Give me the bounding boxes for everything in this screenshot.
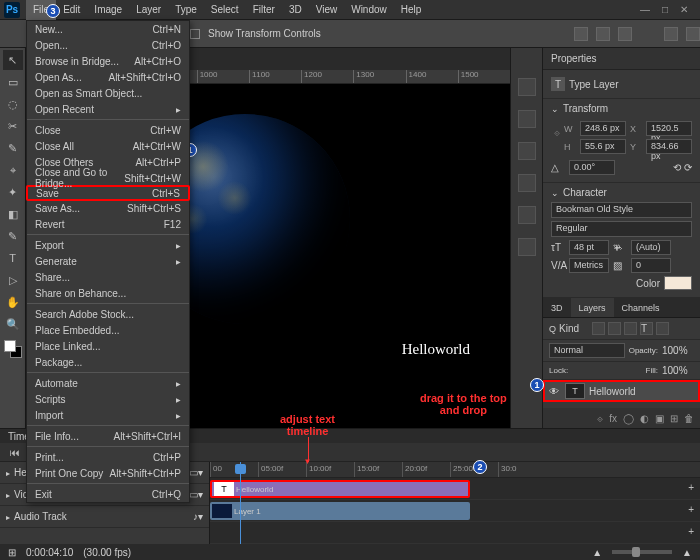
panel-icon[interactable] xyxy=(518,142,536,160)
visibility-icon[interactable]: 👁 xyxy=(549,386,561,397)
menu-item[interactable]: Close AllAlt+Ctrl+W xyxy=(27,138,189,154)
text-layer-preview[interactable]: Helloworld xyxy=(402,341,470,358)
transform-section[interactable]: Transform xyxy=(551,103,692,114)
panel-icon[interactable] xyxy=(518,174,536,192)
menu-item[interactable]: Scripts xyxy=(27,391,189,407)
menu-item[interactable]: Close and Go to Bridge...Shift+Ctrl+W xyxy=(27,170,189,186)
font-size-input[interactable]: 48 pt xyxy=(569,240,609,255)
fx-icon[interactable]: fx xyxy=(609,413,617,424)
tracking-input[interactable]: 0 xyxy=(631,258,671,273)
playhead[interactable] xyxy=(240,462,241,544)
workspace-icon[interactable] xyxy=(686,27,700,41)
zoom-slider[interactable] xyxy=(612,550,672,554)
menu-view[interactable]: View xyxy=(309,0,345,20)
track-header[interactable]: Audio Track♪▾ xyxy=(0,506,209,528)
mask-icon[interactable]: ◯ xyxy=(623,413,634,424)
timeline-clips-area[interactable]: 0005:00f10:00f15:00f20:00f25:00f30:0 THe… xyxy=(210,462,700,544)
panel-icon[interactable] xyxy=(518,206,536,224)
text-clip[interactable]: THelloworld xyxy=(210,480,470,498)
menu-item[interactable]: Search Adobe Stock... xyxy=(27,306,189,322)
adjustment-icon[interactable]: ◐ xyxy=(640,413,649,424)
text-color-swatch[interactable] xyxy=(664,276,692,290)
tab-layers[interactable]: Layers xyxy=(571,298,614,317)
menu-item[interactable]: Import xyxy=(27,407,189,423)
tool-button[interactable]: ✦ xyxy=(3,182,23,202)
menu-item[interactable]: Print...Ctrl+P xyxy=(27,449,189,465)
menu-item[interactable]: RevertF12 xyxy=(27,216,189,232)
kerning-input[interactable]: Metrics xyxy=(569,258,609,273)
angle-input[interactable]: 0.00° xyxy=(569,160,615,175)
menu-edit[interactable]: Edit xyxy=(56,0,87,20)
menu-item[interactable]: Automate xyxy=(27,375,189,391)
menu-help[interactable]: Help xyxy=(394,0,429,20)
panel-icon[interactable] xyxy=(518,110,536,128)
tool-button[interactable]: ◧ xyxy=(3,204,23,224)
add-clip-icon[interactable]: + xyxy=(688,526,694,537)
menu-item[interactable]: Browse in Bridge...Alt+Ctrl+O xyxy=(27,53,189,69)
menu-type[interactable]: Type xyxy=(168,0,204,20)
maximize-icon[interactable]: □ xyxy=(662,4,668,15)
opacity-input[interactable]: 100% xyxy=(662,345,694,356)
panel-icon[interactable] xyxy=(518,238,536,256)
filter-icon[interactable] xyxy=(592,322,605,335)
tool-button[interactable]: ✎ xyxy=(3,138,23,158)
tool-button[interactable]: ✋ xyxy=(3,292,23,312)
tool-button[interactable]: ✂ xyxy=(3,116,23,136)
font-select[interactable]: Bookman Old Style xyxy=(551,202,692,218)
zoom-in-icon[interactable]: ▲ xyxy=(682,547,692,558)
color-swatches[interactable] xyxy=(4,340,22,358)
transform-checkbox[interactable] xyxy=(190,29,200,39)
filter-icon[interactable] xyxy=(608,322,621,335)
menu-item[interactable]: New...Ctrl+N xyxy=(27,21,189,37)
leading-input[interactable]: (Auto) xyxy=(631,240,671,255)
folder-icon[interactable]: ▣ xyxy=(655,413,664,424)
3d-icon[interactable] xyxy=(596,27,610,41)
menu-select[interactable]: Select xyxy=(204,0,246,20)
menu-item[interactable]: Share on Behance... xyxy=(27,285,189,301)
menu-filter[interactable]: Filter xyxy=(246,0,282,20)
tool-button[interactable]: ◌ xyxy=(3,94,23,114)
menu-item[interactable]: File Info...Alt+Shift+Ctrl+I xyxy=(27,428,189,444)
menu-item[interactable]: CloseCtrl+W xyxy=(27,122,189,138)
tab-channels[interactable]: Channels xyxy=(614,298,668,317)
menu-item[interactable]: Open As...Alt+Shift+Ctrl+O xyxy=(27,69,189,85)
tool-button[interactable]: 🔍 xyxy=(3,314,23,334)
panel-icon[interactable] xyxy=(518,78,536,96)
tool-button[interactable]: ▭ xyxy=(3,72,23,92)
menu-item[interactable]: Print One CopyAlt+Shift+Ctrl+P xyxy=(27,465,189,481)
layer-item[interactable]: 👁THelloworld xyxy=(543,380,700,402)
search-icon[interactable] xyxy=(664,27,678,41)
menu-item[interactable]: Save As...Shift+Ctrl+S xyxy=(27,200,189,216)
tool-button[interactable]: ▷ xyxy=(3,270,23,290)
filter-icon[interactable] xyxy=(656,322,669,335)
properties-header[interactable]: Properties xyxy=(543,48,700,70)
menu-image[interactable]: Image xyxy=(87,0,129,20)
new-layer-icon[interactable]: ⊞ xyxy=(670,413,678,424)
menu-3d[interactable]: 3D xyxy=(282,0,309,20)
zoom-out-icon[interactable]: ▲ xyxy=(592,547,602,558)
video-clip[interactable]: Layer 1 xyxy=(210,502,470,520)
align-icon[interactable] xyxy=(574,27,588,41)
add-clip-icon[interactable]: + xyxy=(688,504,694,515)
menu-item[interactable]: Place Embedded... xyxy=(27,322,189,338)
y-input[interactable]: 834.66 px xyxy=(646,139,692,154)
tool-button[interactable]: ✎ xyxy=(3,226,23,246)
fill-input[interactable]: 100% xyxy=(662,365,694,376)
trash-icon[interactable]: 🗑 xyxy=(684,413,694,424)
mask-icon[interactable] xyxy=(618,27,632,41)
tool-button[interactable]: ↖ xyxy=(3,50,23,70)
menu-item[interactable]: ExitCtrl+Q xyxy=(27,486,189,502)
menu-item[interactable]: Open Recent xyxy=(27,101,189,117)
frame-mode-icon[interactable]: ⊞ xyxy=(8,547,16,558)
tool-button[interactable]: T xyxy=(3,248,23,268)
menu-item[interactable]: Share... xyxy=(27,269,189,285)
x-input[interactable]: 1520.5 px xyxy=(646,121,692,136)
filter-icon[interactable]: T xyxy=(640,322,653,335)
kind-select[interactable]: Kind xyxy=(559,323,589,334)
menu-item[interactable]: Open as Smart Object... xyxy=(27,85,189,101)
menu-window[interactable]: Window xyxy=(344,0,394,20)
tab-3d[interactable]: 3D xyxy=(543,298,571,317)
minimize-icon[interactable]: — xyxy=(640,4,650,15)
font-style-select[interactable]: Regular xyxy=(551,221,692,237)
menu-item[interactable]: Generate xyxy=(27,253,189,269)
